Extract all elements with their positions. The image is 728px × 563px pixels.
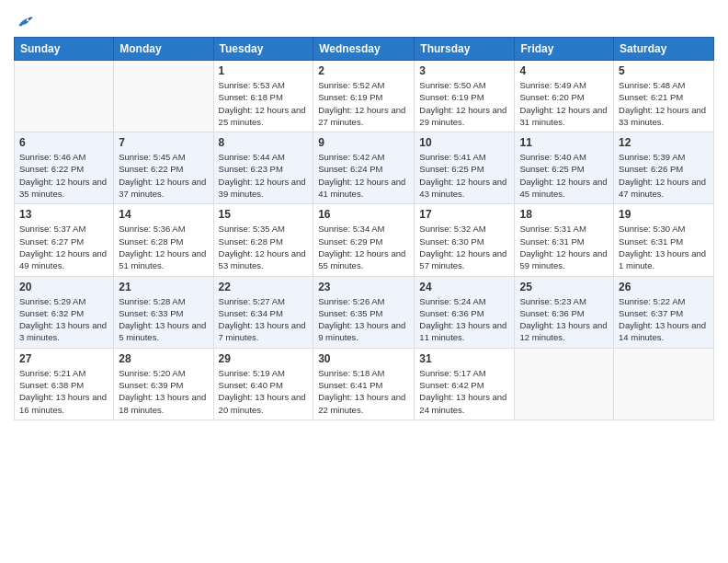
day-number: 11 bbox=[519, 136, 609, 149]
sunset-text: Sunset: 6:31 PM bbox=[519, 236, 584, 247]
daylight-text: Daylight: 13 hours and 1 minute. bbox=[619, 248, 706, 270]
calendar-week-row: 13Sunrise: 5:37 AMSunset: 6:27 PMDayligh… bbox=[15, 204, 714, 276]
logo bbox=[14, 9, 34, 31]
daylight-text: Daylight: 12 hours and 57 minutes. bbox=[419, 248, 506, 270]
daylight-text: Daylight: 12 hours and 33 minutes. bbox=[619, 105, 706, 127]
day-number: 20 bbox=[19, 281, 108, 293]
calendar-cell: 3Sunrise: 5:50 AMSunset: 6:19 PMDaylight… bbox=[415, 61, 515, 132]
cell-content: Sunrise: 5:36 AMSunset: 6:28 PMDaylight:… bbox=[119, 223, 208, 271]
sunrise-text: Sunrise: 5:39 AM bbox=[619, 152, 685, 162]
day-number: 31 bbox=[419, 352, 509, 365]
cell-content: Sunrise: 5:39 AMSunset: 6:26 PMDaylight:… bbox=[619, 151, 709, 200]
sunrise-text: Sunrise: 5:46 AM bbox=[19, 152, 85, 162]
sunset-text: Sunset: 6:26 PM bbox=[619, 164, 683, 174]
sunrise-text: Sunrise: 5:34 AM bbox=[318, 224, 384, 234]
sunrise-text: Sunrise: 5:36 AM bbox=[119, 224, 185, 234]
cell-content: Sunrise: 5:24 AMSunset: 6:36 PMDaylight:… bbox=[419, 295, 509, 344]
day-number: 16 bbox=[318, 208, 409, 221]
sunset-text: Sunset: 6:42 PM bbox=[419, 380, 483, 390]
cell-content: Sunrise: 5:21 AMSunset: 6:38 PMDaylight:… bbox=[19, 367, 108, 416]
calendar-day-header: Friday bbox=[515, 38, 614, 61]
daylight-text: Daylight: 12 hours and 47 minutes. bbox=[619, 177, 706, 199]
day-number: 19 bbox=[619, 208, 709, 221]
sunrise-text: Sunrise: 5:27 AM bbox=[219, 296, 285, 306]
sunset-text: Sunset: 6:30 PM bbox=[419, 236, 483, 247]
calendar-cell: 18Sunrise: 5:31 AMSunset: 6:31 PMDayligh… bbox=[515, 204, 614, 276]
calendar-cell: 27Sunrise: 5:21 AMSunset: 6:38 PMDayligh… bbox=[15, 348, 114, 419]
sunrise-text: Sunrise: 5:18 AM bbox=[318, 368, 384, 378]
day-number: 23 bbox=[318, 281, 409, 293]
sunset-text: Sunset: 6:38 PM bbox=[19, 380, 84, 390]
sunrise-text: Sunrise: 5:52 AM bbox=[318, 80, 384, 90]
cell-content: Sunrise: 5:20 AMSunset: 6:39 PMDaylight:… bbox=[119, 367, 208, 416]
daylight-text: Daylight: 12 hours and 35 minutes. bbox=[19, 177, 107, 199]
day-number: 30 bbox=[318, 352, 409, 365]
daylight-text: Daylight: 13 hours and 12 minutes. bbox=[519, 320, 607, 342]
calendar-cell: 4Sunrise: 5:49 AMSunset: 6:20 PMDaylight… bbox=[515, 61, 614, 132]
cell-content: Sunrise: 5:28 AMSunset: 6:33 PMDaylight:… bbox=[119, 295, 208, 344]
sunset-text: Sunset: 6:18 PM bbox=[219, 92, 283, 102]
sunset-text: Sunset: 6:36 PM bbox=[419, 308, 483, 318]
calendar-cell: 19Sunrise: 5:30 AMSunset: 6:31 PMDayligh… bbox=[614, 204, 714, 276]
sunrise-text: Sunrise: 5:50 AM bbox=[419, 80, 485, 90]
sunset-text: Sunset: 6:39 PM bbox=[119, 380, 183, 390]
day-number: 8 bbox=[219, 136, 309, 149]
calendar-cell: 12Sunrise: 5:39 AMSunset: 6:26 PMDayligh… bbox=[614, 132, 714, 204]
cell-content: Sunrise: 5:42 AMSunset: 6:24 PMDaylight:… bbox=[318, 151, 409, 200]
sunset-text: Sunset: 6:22 PM bbox=[19, 164, 84, 174]
sunrise-text: Sunrise: 5:22 AM bbox=[619, 296, 685, 306]
logo-bird-icon bbox=[16, 13, 34, 31]
calendar-cell: 6Sunrise: 5:46 AMSunset: 6:22 PMDaylight… bbox=[15, 132, 114, 204]
cell-content: Sunrise: 5:30 AMSunset: 6:31 PMDaylight:… bbox=[619, 223, 709, 271]
calendar-cell: 11Sunrise: 5:40 AMSunset: 6:25 PMDayligh… bbox=[515, 132, 614, 204]
calendar-day-header: Wednesday bbox=[313, 38, 415, 61]
daylight-text: Daylight: 13 hours and 3 minutes. bbox=[19, 320, 107, 342]
sunset-text: Sunset: 6:33 PM bbox=[119, 308, 183, 318]
calendar-cell: 8Sunrise: 5:44 AMSunset: 6:23 PMDaylight… bbox=[213, 132, 313, 204]
day-number: 14 bbox=[119, 208, 208, 221]
sunset-text: Sunset: 6:21 PM bbox=[619, 92, 683, 102]
daylight-text: Daylight: 13 hours and 22 minutes. bbox=[318, 392, 405, 414]
cell-content: Sunrise: 5:40 AMSunset: 6:25 PMDaylight:… bbox=[519, 151, 609, 200]
cell-content: Sunrise: 5:46 AMSunset: 6:22 PMDaylight:… bbox=[19, 151, 108, 200]
day-number: 3 bbox=[419, 64, 509, 77]
sunset-text: Sunset: 6:22 PM bbox=[119, 164, 183, 174]
calendar-cell bbox=[515, 348, 614, 419]
daylight-text: Daylight: 13 hours and 11 minutes. bbox=[419, 320, 506, 342]
daylight-text: Daylight: 13 hours and 16 minutes. bbox=[19, 392, 107, 414]
daylight-text: Daylight: 12 hours and 39 minutes. bbox=[219, 177, 306, 199]
sunset-text: Sunset: 6:34 PM bbox=[219, 308, 283, 318]
calendar-day-header: Thursday bbox=[415, 38, 515, 61]
daylight-text: Daylight: 13 hours and 7 minutes. bbox=[219, 320, 306, 342]
calendar-cell: 14Sunrise: 5:36 AMSunset: 6:28 PMDayligh… bbox=[114, 204, 213, 276]
sunset-text: Sunset: 6:29 PM bbox=[318, 236, 382, 247]
sunrise-text: Sunrise: 5:19 AM bbox=[219, 368, 285, 378]
sunrise-text: Sunrise: 5:48 AM bbox=[619, 80, 685, 90]
cell-content: Sunrise: 5:29 AMSunset: 6:32 PMDaylight:… bbox=[19, 295, 108, 344]
calendar-table: SundayMondayTuesdayWednesdayThursdayFrid… bbox=[14, 37, 714, 420]
day-number: 10 bbox=[419, 136, 509, 149]
calendar-cell: 13Sunrise: 5:37 AMSunset: 6:27 PMDayligh… bbox=[15, 204, 114, 276]
sunset-text: Sunset: 6:23 PM bbox=[219, 164, 283, 174]
calendar-week-row: 27Sunrise: 5:21 AMSunset: 6:38 PMDayligh… bbox=[15, 348, 714, 419]
sunset-text: Sunset: 6:37 PM bbox=[619, 308, 683, 318]
cell-content: Sunrise: 5:27 AMSunset: 6:34 PMDaylight:… bbox=[219, 295, 309, 344]
sunset-text: Sunset: 6:31 PM bbox=[619, 236, 683, 247]
cell-content: Sunrise: 5:18 AMSunset: 6:41 PMDaylight:… bbox=[318, 367, 409, 416]
sunset-text: Sunset: 6:25 PM bbox=[419, 164, 483, 174]
daylight-text: Daylight: 12 hours and 55 minutes. bbox=[318, 248, 405, 270]
day-number: 2 bbox=[318, 64, 409, 77]
sunrise-text: Sunrise: 5:29 AM bbox=[19, 296, 85, 306]
sunrise-text: Sunrise: 5:31 AM bbox=[519, 224, 586, 234]
sunrise-text: Sunrise: 5:44 AM bbox=[219, 152, 285, 162]
calendar-day-header: Tuesday bbox=[213, 38, 313, 61]
day-number: 18 bbox=[519, 208, 609, 221]
calendar-cell: 21Sunrise: 5:28 AMSunset: 6:33 PMDayligh… bbox=[114, 276, 213, 348]
sunrise-text: Sunrise: 5:53 AM bbox=[219, 80, 285, 90]
daylight-text: Daylight: 12 hours and 51 minutes. bbox=[119, 248, 206, 270]
cell-content: Sunrise: 5:17 AMSunset: 6:42 PMDaylight:… bbox=[419, 367, 509, 416]
calendar-cell: 20Sunrise: 5:29 AMSunset: 6:32 PMDayligh… bbox=[15, 276, 114, 348]
day-number: 26 bbox=[619, 281, 709, 293]
sunset-text: Sunset: 6:28 PM bbox=[219, 236, 283, 247]
daylight-text: Daylight: 12 hours and 49 minutes. bbox=[19, 248, 107, 270]
